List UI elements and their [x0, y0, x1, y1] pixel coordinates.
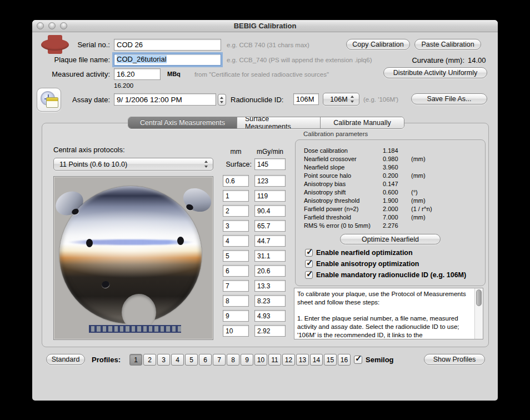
dose-rate-input[interactable] [254, 175, 286, 187]
checkbox[interactable]: ✓ [305, 249, 313, 257]
depth-mm-input[interactable] [223, 295, 249, 307]
column-header-mm: mm [223, 148, 249, 156]
param-value: 1.184 [383, 147, 398, 154]
calibration-param-row: Anisotropy threshold1.900(mm) [304, 197, 359, 206]
dose-rate-input[interactable] [254, 280, 286, 292]
tab-central-axis-measurements[interactable]: Central Axis Measurements [128, 117, 237, 128]
assay-date-stepper[interactable] [218, 94, 226, 106]
profile-button-2[interactable]: 2 [143, 354, 156, 366]
profile-button-14[interactable]: 14 [310, 354, 323, 366]
serial-hint: e.g. CCB 740 (31 chars max) [227, 42, 309, 48]
param-label: Point source halo [304, 172, 351, 179]
calibration-param-row: RMS % error (0 to 5mm)2.276 [304, 222, 371, 231]
depth-mm-input[interactable] [223, 310, 249, 322]
semilog-checkbox-row[interactable]: ✓ Semilog [354, 356, 394, 364]
profile-button-6[interactable]: 6 [199, 354, 212, 366]
optimization-checkbox-row[interactable]: ✓Enable mandatory radionuclide ID (e.g. … [305, 271, 466, 279]
depth-mm-input[interactable] [223, 175, 249, 187]
checkbox[interactable]: ✓ [305, 260, 313, 268]
param-value: 0.147 [383, 181, 398, 187]
radionuclide-popup[interactable]: 106M [323, 93, 359, 106]
depth-mm-input[interactable] [223, 280, 249, 292]
help-text-area[interactable]: To calibrate your plaque, use the Protoc… [294, 288, 483, 339]
param-unit: (mm) [411, 214, 426, 221]
calibration-param-row: Anisotropy bias0.147 [304, 181, 346, 189]
dose-rate-input[interactable] [254, 265, 286, 277]
scrollbar[interactable] [474, 288, 483, 339]
protocols-popup[interactable]: 11 Points (0.6 to 10.0) [53, 158, 213, 171]
depth-mm-input[interactable] [223, 220, 249, 232]
assay-date-input[interactable] [114, 93, 216, 106]
dose-rate-input[interactable] [254, 250, 286, 262]
profile-button-11[interactable]: 11 [268, 354, 281, 366]
dose-rate-input[interactable] [254, 220, 286, 232]
profile-button-3[interactable]: 3 [157, 354, 170, 366]
dose-rate-input[interactable] [254, 235, 286, 247]
semilog-checkbox[interactable]: ✓ [354, 356, 362, 364]
depth-mm-input[interactable] [223, 325, 249, 337]
depth-mm-input[interactable] [223, 250, 249, 262]
depth-mm-input[interactable] [223, 235, 249, 247]
profile-button-15[interactable]: 15 [324, 354, 337, 366]
scrollbar-thumb[interactable] [476, 289, 482, 306]
plaque-file-name-input[interactable]: COD_26tutorial [114, 54, 221, 66]
calibration-param-row: Dose calibration1.184 [304, 147, 348, 156]
profile-button-13[interactable]: 13 [296, 354, 309, 366]
dose-rate-input[interactable] [254, 325, 286, 337]
tab-calibrate-manually[interactable]: Calibrate Manually [321, 117, 404, 128]
optimization-checkbox-row[interactable]: ✓Enable anisotropy optimization [305, 260, 419, 268]
profile-button-1[interactable]: 1 [129, 354, 142, 366]
profile-button-5[interactable]: 5 [185, 354, 198, 366]
serial-input[interactable] [114, 39, 221, 51]
dose-rate-input[interactable] [254, 205, 286, 217]
tab-surface-measurements[interactable]: Surface Measurements [237, 117, 321, 128]
surface-label: Surface: [212, 161, 252, 168]
profile-button-9[interactable]: 9 [241, 354, 253, 366]
show-profiles-button[interactable]: Show Profiles [424, 354, 485, 365]
param-label: Farfield power (n≈2) [304, 206, 358, 212]
profile-button-10[interactable]: 10 [254, 354, 267, 366]
param-unit: (mm) [411, 156, 426, 162]
paste-calibration-button[interactable]: Paste Calibration [414, 39, 481, 50]
dose-rate-input[interactable] [254, 190, 286, 202]
protocols-label: Central axis protocols: [53, 146, 164, 154]
optimize-nearfield-button[interactable]: Optimize Nearfield [340, 234, 441, 244]
profile-button-8[interactable]: 8 [227, 354, 239, 366]
plaque-file-name-hint: e.g. CCB_740 (PS will append the extensi… [227, 57, 372, 63]
calibration-param-row: Nearfield crossover0.980(mm) [304, 156, 357, 164]
profile-button-12[interactable]: 12 [282, 354, 295, 366]
depth-mm-input[interactable] [223, 265, 249, 277]
depth-mm-input[interactable] [223, 205, 249, 217]
calibration-param-row: Point source halo0.200(mm) [304, 172, 351, 181]
calibration-parameters-box: Dose calibration1.184Nearfield crossover… [295, 139, 486, 286]
column-header-dose: mGy/min [254, 148, 286, 156]
calibration-param-row: Farfield threshold7.000(mm) [304, 214, 351, 222]
calibration-param-row: Anisotropy shift0.600(°) [304, 189, 346, 197]
surface-dose-input[interactable] [254, 158, 286, 170]
protocols-popup-value: 11 Points (0.6 to 10.0) [54, 161, 127, 168]
measured-activity-input[interactable] [114, 68, 161, 80]
param-value: 2.000 [383, 206, 398, 212]
profile-button-7[interactable]: 7 [213, 354, 226, 366]
radionuclide-id-input[interactable] [293, 93, 319, 105]
profile-button-16[interactable]: 16 [338, 354, 351, 366]
distribute-activity-button[interactable]: Distribute Activity Uniformly [383, 67, 487, 78]
optimization-checkbox-row[interactable]: ✓Enable nearfield optimization [305, 249, 413, 257]
depth-mm-input[interactable] [223, 190, 249, 202]
param-value: 7.000 [383, 214, 398, 221]
save-file-as-button[interactable]: Save File As... [411, 93, 487, 104]
scale-ruler [89, 325, 181, 333]
param-value: 0.600 [383, 189, 398, 196]
activity-subvalue: 16.200 [114, 82, 147, 89]
param-unit: (mm) [411, 197, 426, 204]
curvature-label: Curvature (mm): [366, 56, 464, 64]
tab-bar: Central Axis Measurements Surface Measur… [128, 117, 404, 129]
profile-button-4[interactable]: 4 [171, 354, 184, 366]
dose-rate-input[interactable] [254, 310, 286, 322]
copy-calibration-button[interactable]: Copy Calibration [346, 39, 410, 50]
standard-button[interactable]: Standard [46, 354, 85, 365]
checkbox[interactable]: ✓ [305, 271, 313, 279]
calibration-param-row: Farfield power (n≈2)2.000(1 / r^n) [304, 206, 358, 214]
param-value: 2.276 [383, 222, 398, 229]
dose-rate-input[interactable] [254, 295, 286, 307]
